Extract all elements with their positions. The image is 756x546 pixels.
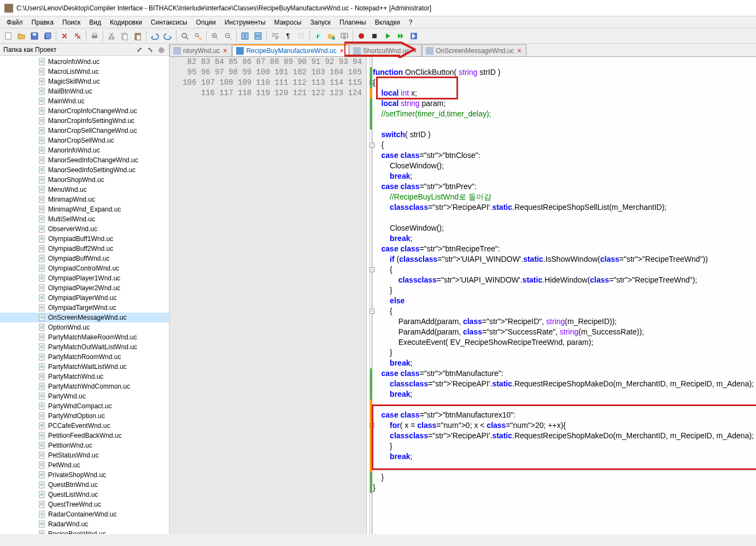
tree-item[interactable]: PetitionFeedBackWnd.uc (0, 431, 169, 441)
menu-Инструменты[interactable]: Инструменты (220, 17, 270, 28)
replace-icon[interactable] (192, 30, 204, 42)
tree-item[interactable]: PartyWnd.uc (0, 391, 169, 401)
menu-Запуск[interactable]: Запуск (306, 17, 336, 28)
file-tree[interactable]: MacroInfoWnd.ucMacroListWnd.ucMagicSkill… (0, 56, 169, 534)
menu-Кодировки[interactable]: Кодировки (106, 17, 146, 28)
tree-item[interactable]: RadarContainerWnd.uc (0, 509, 169, 519)
tree-item[interactable]: OlympiadBuffWnd.uc (0, 254, 169, 263)
tree-item[interactable]: RadarWnd.uc (0, 519, 169, 529)
sync-h-icon[interactable] (252, 30, 264, 42)
tree-item[interactable]: ManorCropInfoSettingWnd.uc (0, 116, 169, 126)
tree-item[interactable]: ManorCropInfoChangeWnd.uc (0, 106, 169, 116)
lang-icon[interactable]: F (312, 30, 324, 42)
tree-item[interactable]: QuestBtnWnd.uc (0, 480, 169, 490)
tree-item[interactable]: QuestListWnd.uc (0, 490, 169, 500)
tree-item[interactable]: PCCafeEventWnd.uc (0, 421, 169, 431)
expand-icon[interactable]: ⤢ (135, 45, 144, 54)
fast-icon[interactable] (395, 30, 407, 42)
play-icon[interactable] (382, 30, 394, 42)
menu-Плагины[interactable]: Плагины (335, 17, 371, 28)
tree-item[interactable]: ManorSeedInfoChangeWnd.uc (0, 155, 169, 165)
zoom-out-icon[interactable] (222, 30, 234, 42)
tree-item[interactable]: ManorCropSellWnd.uc (0, 136, 169, 145)
menu-Синтаксисы[interactable]: Синтаксисы (146, 17, 192, 28)
tree-item[interactable]: OnScreenMessageWnd.uc (0, 313, 169, 322)
tree-item[interactable]: OlympiadBuff1Wnd.uc (0, 234, 169, 244)
find-icon[interactable] (179, 30, 191, 42)
menu-Правка[interactable]: Правка (27, 17, 58, 28)
folder-view-icon[interactable] (325, 30, 337, 42)
refresh-icon[interactable]: ◎ (157, 45, 166, 54)
zoom-in-icon[interactable] (209, 30, 221, 42)
tree-item[interactable]: OlympiadPlayerWnd.uc (0, 293, 169, 303)
tree-item[interactable]: PartyWndCompact.uc (0, 401, 169, 411)
tree-item[interactable]: PetWnd.uc (0, 460, 169, 470)
tree-item[interactable]: OlympiadControlWnd.uc (0, 263, 169, 273)
menu-Вид[interactable]: Вид (85, 17, 106, 28)
tree-item[interactable]: RecipeBookWnd.uc (0, 529, 169, 534)
stop-icon[interactable] (368, 30, 380, 42)
menu-Файл[interactable]: Файл (2, 17, 27, 28)
code-area[interactable]: function OnClickButton( string strID ){ … (371, 57, 756, 534)
tree-item[interactable]: PartyMatchRoomWnd.uc (0, 352, 169, 362)
print-icon[interactable] (89, 30, 101, 42)
tree-item[interactable]: OlympiadBuff2Wnd.uc (0, 244, 169, 254)
tree-item[interactable]: PetStatusWnd.uc (0, 450, 169, 460)
save-icon[interactable] (28, 30, 40, 42)
tab-close-icon[interactable]: × (517, 47, 523, 55)
tab-close-icon[interactable]: × (222, 47, 228, 55)
tree-item[interactable]: MainWnd.uc (0, 96, 169, 106)
tree-item[interactable]: PartyMatchMakeRoomWnd.uc (0, 332, 169, 342)
tree-item[interactable]: QuestTreeWnd.uc (0, 500, 169, 509)
tree-item[interactable]: ObserverWnd.uc (0, 224, 169, 234)
tree-item[interactable]: OptionWnd.uc (0, 322, 169, 332)
tree-item[interactable]: ManorShopWnd.uc (0, 175, 169, 185)
tree-item[interactable]: MacroListWnd.uc (0, 67, 169, 77)
sync-v-icon[interactable] (239, 30, 251, 42)
show-all-icon[interactable]: ¶ (282, 30, 294, 42)
menu-Вкладки[interactable]: Вкладки (371, 17, 405, 28)
copy-icon[interactable] (119, 30, 131, 42)
menu-Опции[interactable]: Опции (192, 17, 220, 28)
tree-item[interactable]: MailBtnWnd.uc (0, 86, 169, 96)
tree-item[interactable]: MinimapWnd.uc (0, 195, 169, 204)
tree-item[interactable]: OlympiadPlayer2Wnd.uc (0, 283, 169, 293)
menu-?[interactable]: ? (405, 17, 417, 28)
tab[interactable]: ntoryWnd.uc× (169, 44, 232, 56)
wrap-icon[interactable] (269, 30, 281, 42)
tree-item[interactable]: PartyMatchWndCommon.uc (0, 381, 169, 391)
tree-item[interactable]: PetitionWnd.uc (0, 441, 169, 450)
tab[interactable]: RecipeBuyManufactureWnd.uc× (232, 44, 348, 56)
close-icon[interactable] (58, 30, 71, 42)
menu-Макросы[interactable]: Макросы (270, 17, 306, 28)
tree-item[interactable]: ManorSeedInfoSettingWnd.uc (0, 165, 169, 175)
open-file-icon[interactable] (15, 30, 27, 42)
tree-item[interactable]: MagicSkillWnd.uc (0, 77, 169, 86)
record-icon[interactable] (355, 30, 367, 42)
tree-item[interactable]: PartyMatchWnd.uc (0, 372, 169, 381)
save-macro-icon[interactable] (408, 30, 420, 42)
close-all-icon[interactable] (72, 30, 84, 42)
tree-item[interactable]: MinimapWnd_Expand.uc (0, 204, 169, 214)
redo-icon[interactable] (162, 30, 174, 42)
menu-Поиск[interactable]: Поиск (58, 17, 85, 28)
tree-item[interactable]: MacroInfoWnd.uc (0, 57, 169, 67)
monitor-icon[interactable] (338, 30, 350, 42)
tree-item[interactable]: MenuWnd.uc (0, 185, 169, 195)
tree-item[interactable]: PartyWndOption.uc (0, 411, 169, 421)
tab[interactable]: OnScreenMessageWnd.uc× (422, 44, 526, 56)
tab-close-icon[interactable]: × (339, 47, 345, 55)
tree-item[interactable]: PrivateShopWnd.uc (0, 470, 169, 480)
tab-close-icon[interactable]: × (412, 47, 418, 55)
tab[interactable]: ShortcutWnd.uc× (349, 44, 421, 56)
tree-item[interactable]: PartyMatchWaitListWnd.uc (0, 362, 169, 372)
tree-item[interactable]: ManorCropSellChangeWnd.uc (0, 126, 169, 136)
tree-item[interactable]: PartyMatchOutWaitListWnd.uc (0, 342, 169, 352)
tree-item[interactable]: ManorInfoWnd.uc (0, 145, 169, 155)
collapse-icon[interactable]: ⤡ (146, 45, 155, 54)
undo-icon[interactable] (149, 30, 161, 42)
cut-icon[interactable] (106, 30, 118, 42)
save-all-icon[interactable] (42, 30, 54, 42)
tree-item[interactable]: OlympiadTargetWnd.uc (0, 303, 169, 313)
indent-guide-icon[interactable] (295, 30, 307, 42)
